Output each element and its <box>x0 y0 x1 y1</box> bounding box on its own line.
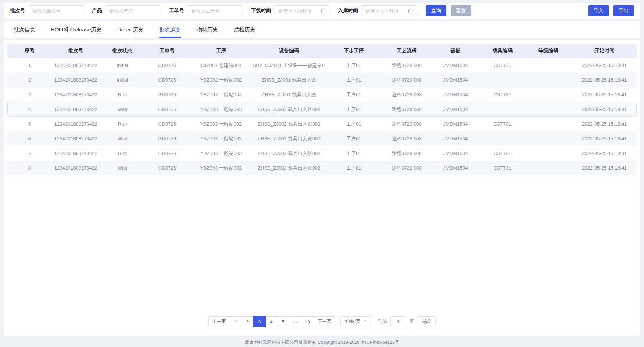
table-cell: 2022-05-25 15:18:41 <box>572 77 637 83</box>
table-cell: CJZ001 创建站001 <box>189 62 253 69</box>
table-cell: 1 <box>7 63 52 68</box>
table-row[interactable]: 21234201808270422InitialGD0726YBZ002 一般站… <box>7 73 637 87</box>
calendar-icon <box>321 8 327 14</box>
table-cell: 工序01 <box>325 165 382 171</box>
filter-field-offline-time: 下线时间 <box>251 5 330 16</box>
table-cell: GD0726 <box>145 77 189 83</box>
table-cell: CST731 <box>480 165 525 171</box>
table-cell: CST731 <box>480 92 525 97</box>
table-cell: 1234201808270422 <box>52 151 100 156</box>
inbound-time-label: 入库时间 <box>338 8 358 14</box>
page-button-1[interactable]: 1 <box>230 316 242 327</box>
table-cell: GD0726 <box>145 165 189 171</box>
table-header-row: 序号批次号批次状态工单号工序设备编码下步工序工艺流程基板载具编码等级编码开始时间 <box>7 44 637 58</box>
table-cell: Wait <box>100 165 145 171</box>
import-button[interactable]: 导入 <box>588 5 609 16</box>
table-row[interactable]: 41234201808270422WaitGD0726YBZ003 一般站003… <box>7 102 637 117</box>
goto-confirm-button[interactable]: 确定 <box>418 316 436 327</box>
filter-bar: 批次号 产品 工单号 下线时间 入库时间 <box>4 3 640 19</box>
batch-no-input[interactable] <box>29 5 84 16</box>
filter-field-inbound-time: 入库时间 <box>338 5 417 16</box>
table-cell: ZHSB_ZJ002 载具出入账002 <box>253 150 325 157</box>
tab-material-history[interactable]: 物料历史 <box>197 21 218 38</box>
table-cell: YBZ003 一般站003 <box>189 106 253 113</box>
copyright-footer: 北京力控元通科技有限公司版权所有 Copyright 2019-2029 京IC… <box>0 336 644 346</box>
table-cell: SBZ_CJZ001 主设备——创建站001 <box>253 62 325 69</box>
tab-qc-history[interactable]: 质检历史 <box>234 21 255 38</box>
table-row[interactable]: 81234201808270422WaitGD0726YBZ003 一般站003… <box>7 161 637 175</box>
table-cell: 途程0729 008 <box>382 121 431 127</box>
table-cell: ZHSB_ZJ001 载具出入账 <box>253 92 325 98</box>
column-header: 等级编码 <box>525 48 572 54</box>
tab-hold-release-history[interactable]: HOLD和Release历史 <box>51 21 102 38</box>
table-row[interactable]: 31234201808270422RunGD0726YBZ002 一般站002Z… <box>7 87 637 102</box>
table-cell: 8 <box>7 165 52 171</box>
table-row[interactable]: 51234201808270422RunGD0726YBZ003 一般站003Z… <box>7 117 637 131</box>
table-cell: GD0726 <box>145 136 189 141</box>
pagination: 上一页12345···10下一页 10条/页 ⌃ 到第 页 确定 <box>7 309 637 336</box>
more-pages-button[interactable]: ··· <box>289 316 301 327</box>
table-cell: 2022-05-25 15:18:41 <box>572 107 637 112</box>
table-cell: 4 <box>7 107 52 112</box>
table-cell: 1234201808270422 <box>52 107 100 112</box>
table-cell: 2 <box>7 77 52 83</box>
table-cell: 1234201808270422 <box>52 121 100 127</box>
table-cell: 工序01 <box>325 92 382 98</box>
table-cell: JMDM1504 <box>431 77 480 83</box>
table-cell: 工序01 <box>325 77 382 83</box>
table-cell: 1234201808270422 <box>52 63 100 68</box>
product-input[interactable] <box>106 5 161 16</box>
work-order-input[interactable] <box>188 5 243 16</box>
export-button[interactable]: 导出 <box>613 5 634 16</box>
table-cell: Run <box>100 92 145 97</box>
goto-page-input[interactable] <box>390 316 406 327</box>
table-cell: 2022-05-25 15:18:41 <box>572 63 637 68</box>
page-button-4[interactable]: 4 <box>265 316 277 327</box>
page-button-10[interactable]: 10 <box>301 316 314 327</box>
table-cell: CST731 <box>480 63 525 68</box>
goto-suffix-label: 页 <box>409 318 414 325</box>
filter-field-batch-no: 批次号 <box>10 5 84 16</box>
table-cell: YBZ003 一般站003 <box>189 150 253 157</box>
tab-defect-history[interactable]: Defect历史 <box>117 21 144 38</box>
table-row[interactable]: 71234201808270422RunGD0726YBZ003 一般站003Z… <box>7 146 637 161</box>
tab-batch-trace[interactable]: 批次追溯 <box>159 21 181 38</box>
tab-batch-info[interactable]: 批次信息 <box>14 21 35 38</box>
next-page-button[interactable]: 下一页 <box>314 316 335 327</box>
reset-button[interactable]: 重置 <box>451 5 471 16</box>
page-size-label: 10条/页 <box>345 318 360 325</box>
table-cell: 1234201808270422 <box>52 77 100 83</box>
batch-trace-panel: 序号批次号批次状态工单号工序设备编码下步工序工艺流程基板载具编码等级编码开始时间… <box>4 40 640 336</box>
product-label: 产品 <box>92 8 102 14</box>
page-button-5[interactable]: 5 <box>277 316 289 327</box>
page-size-select[interactable]: 10条/页 ⌃ <box>340 316 371 327</box>
table-cell: 7 <box>7 151 52 156</box>
page-button-3[interactable]: 3 <box>253 316 266 327</box>
prev-page-button[interactable]: 上一页 <box>208 316 230 327</box>
table-cell: JMDM1504 <box>431 92 480 97</box>
table-cell: YBZ003 一般站003 <box>189 121 253 127</box>
table-cell: 工序01 <box>325 106 382 113</box>
table-cell: Run <box>100 151 145 156</box>
table-cell: 途程0729 008 <box>382 165 431 171</box>
table-cell: 5 <box>7 121 52 127</box>
column-header: 批次状态 <box>100 48 145 54</box>
table-row[interactable]: 11234201808270422InitialGD0726CJZ001 创建站… <box>7 58 637 73</box>
column-header: 基板 <box>431 48 480 54</box>
goto-prefix-label: 到第 <box>378 318 387 325</box>
table-cell: 2022-05-25 15:18:41 <box>572 136 637 141</box>
search-button[interactable]: 查询 <box>426 5 446 16</box>
table-cell: 途程0729 008 <box>382 77 431 83</box>
table-cell: CST731 <box>480 151 525 156</box>
table-cell: GD0726 <box>145 92 189 97</box>
page-button-2[interactable]: 2 <box>242 316 254 327</box>
table-cell: Initial <box>100 63 145 68</box>
table-cell: Initial <box>100 77 145 83</box>
table-cell: 2022-05-25 15:18:41 <box>572 121 637 127</box>
table-cell: 途程0729 008 <box>382 92 431 98</box>
table-row[interactable]: 61234201808270422WaitGD0726YBZ003 一般站003… <box>7 131 637 146</box>
table-cell: Wait <box>100 107 145 112</box>
table-cell: JMDM1504 <box>431 107 480 112</box>
table-cell: YBZ003 一般站003 <box>189 165 253 171</box>
table-cell: 途程0729 008 <box>382 62 431 69</box>
